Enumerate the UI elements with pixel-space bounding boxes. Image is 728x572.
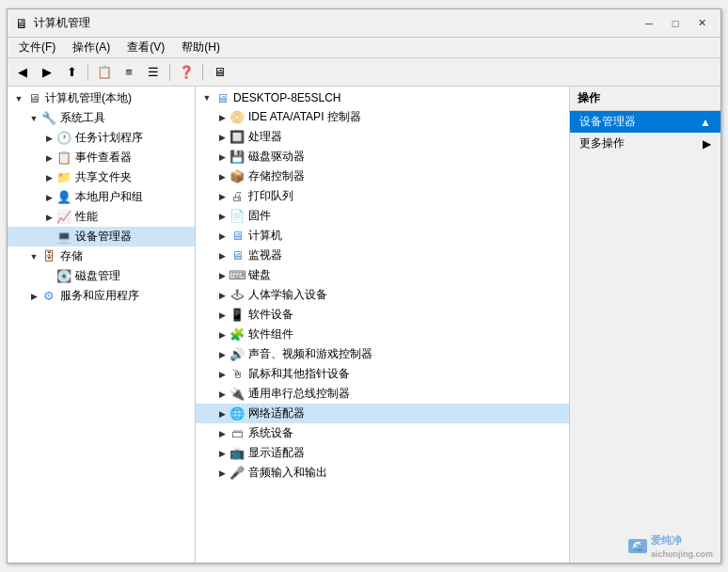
perf-label: 性能 — [75, 209, 98, 225]
center-root[interactable]: ▼ 🖥 DESKTOP-8E5SLCH — [196, 88, 569, 107]
show-hide-button[interactable]: 📋 — [93, 61, 116, 84]
center-sw[interactable]: ▶ 📱 软件设备 — [196, 305, 569, 325]
center-net[interactable]: ▶ 🌐 网络适配器 — [196, 404, 569, 423]
storage-arrow: ▼ — [26, 249, 41, 264]
left-storage[interactable]: ▼ 🗄 存储 — [8, 246, 195, 266]
left-event[interactable]: ▶ 📋 事件查看器 — [8, 148, 195, 167]
up-button[interactable]: ⬆ — [60, 61, 83, 84]
back-button[interactable]: ◀ — [11, 61, 34, 84]
list-button[interactable]: ≡ — [118, 61, 140, 84]
audio-icon: 🎤 — [229, 466, 245, 481]
disk-label: 磁盘管理 — [75, 268, 120, 284]
left-users[interactable]: ▶ 👤 本地用户和组 — [8, 187, 195, 207]
left-perf[interactable]: ▶ 📈 性能 — [8, 207, 195, 227]
event-icon: 📋 — [56, 151, 71, 166]
center-sysdev[interactable]: ▶ 🗃 系统设备 — [196, 423, 569, 443]
user-icon: 👤 — [56, 190, 71, 205]
center-pc[interactable]: ▶ 🖥 计算机 — [196, 226, 569, 246]
right-action-more-arrow: ▶ — [703, 137, 711, 151]
maximize-button[interactable]: □ — [664, 13, 687, 34]
left-share[interactable]: ▶ 📁 共享文件夹 — [8, 167, 195, 187]
display-label: 显示适配器 — [248, 445, 305, 461]
right-action-device-arrow: ▲ — [700, 116, 711, 129]
pc-arrow: ▶ — [214, 229, 229, 244]
center-hid[interactable]: ▶ 🕹 人体学输入设备 — [196, 285, 569, 305]
left-service[interactable]: ▶ ⚙ 服务和应用程序 — [8, 286, 195, 306]
center-cpu[interactable]: ▶ 🔲 处理器 — [196, 127, 569, 147]
audio-label: 音频输入和输出 — [248, 465, 327, 481]
help-toolbar-button[interactable]: ❓ — [175, 61, 198, 84]
center-display[interactable]: ▶ 📺 显示适配器 — [196, 443, 569, 463]
left-system-tools[interactable]: ▼ 🔧 系统工具 — [8, 108, 195, 128]
display-icon: 📺 — [229, 446, 245, 461]
mouse-label: 鼠标和其他指针设备 — [248, 366, 350, 382]
ctrl-arrow: ▶ — [214, 169, 229, 184]
net-label: 网络适配器 — [248, 405, 305, 421]
left-root-label: 计算机管理(本地) — [45, 90, 132, 106]
left-root[interactable]: ▼ 🖥 计算机管理(本地) — [8, 88, 195, 108]
title-controls: ─ □ ✕ — [638, 13, 713, 34]
sound-icon: 🔊 — [229, 347, 245, 362]
center-usb[interactable]: ▶ 🔌 通用串行总线控制器 — [196, 384, 569, 404]
forward-button[interactable]: ▶ — [36, 61, 58, 84]
center-mouse[interactable]: ▶ 🖱 鼠标和其他指针设备 — [196, 364, 569, 384]
center-keyboard[interactable]: ▶ ⌨ 键盘 — [196, 265, 569, 285]
share-arrow: ▶ — [41, 170, 56, 185]
usb-arrow: ▶ — [214, 387, 229, 402]
toolbar-sep1 — [87, 64, 88, 81]
mouse-arrow: ▶ — [214, 367, 229, 382]
left-task[interactable]: ▶ 🕐 任务计划程序 — [8, 128, 195, 148]
title-bar: 🖥 计算机管理 ─ □ ✕ — [8, 9, 720, 38]
minimize-button[interactable]: ─ — [638, 13, 660, 34]
hdd-icon: 💾 — [229, 150, 245, 165]
menu-help[interactable]: 帮助(H) — [174, 38, 228, 57]
print-arrow: ▶ — [214, 189, 229, 204]
menu-view[interactable]: 查看(V) — [119, 38, 172, 57]
toolbar-sep2 — [169, 64, 170, 81]
sound-label: 声音、视频和游戏控制器 — [248, 346, 372, 362]
sw-arrow: ▶ — [214, 308, 229, 323]
detail-button[interactable]: ☰ — [142, 61, 165, 84]
pc-label: 计算机 — [248, 228, 282, 244]
center-ide[interactable]: ▶ 📀 IDE ATA/ATAPI 控制器 — [196, 107, 569, 127]
left-device[interactable]: 💻 设备管理器 — [8, 227, 195, 246]
storage-icon: 🗄 — [41, 249, 56, 264]
close-button[interactable]: ✕ — [690, 13, 713, 34]
monitor-arrow: ▶ — [214, 248, 229, 263]
toolbar: ◀ ▶ ⬆ 📋 ≡ ☰ ❓ 🖥 — [8, 58, 720, 87]
center-monitor[interactable]: ▶ 🖥 监视器 — [196, 246, 569, 265]
hid-label: 人体学输入设备 — [248, 287, 327, 303]
left-pane: ▼ 🖥 计算机管理(本地) ▼ 🔧 系统工具 ▶ 🕐 任务计划程序 ▶ 📋 事件… — [8, 87, 196, 563]
center-root-icon: 🖥 — [214, 90, 229, 105]
center-sw2[interactable]: ▶ 🧩 软件组件 — [196, 325, 569, 344]
center-audio[interactable]: ▶ 🎤 音频输入和输出 — [196, 463, 569, 483]
right-action-more-label: 更多操作 — [579, 135, 625, 151]
left-disk[interactable]: 💽 磁盘管理 — [8, 266, 195, 286]
menu-action[interactable]: 操作(A) — [65, 38, 118, 57]
ide-icon: 📀 — [229, 110, 245, 125]
center-sound[interactable]: ▶ 🔊 声音、视频和游戏控制器 — [196, 344, 569, 364]
event-arrow: ▶ — [41, 151, 56, 166]
ide-label: IDE ATA/ATAPI 控制器 — [248, 109, 361, 125]
right-action-device[interactable]: 设备管理器 ▲ — [570, 111, 720, 133]
center-ctrl[interactable]: ▶ 📦 存储控制器 — [196, 167, 569, 186]
disk-arrow — [41, 269, 56, 284]
extra-button[interactable]: 🖥 — [208, 61, 230, 84]
sw2-arrow: ▶ — [214, 327, 229, 342]
usb-label: 通用串行总线控制器 — [248, 386, 350, 402]
right-action-more[interactable]: 更多操作 ▶ — [570, 133, 720, 154]
event-label: 事件查看器 — [75, 150, 132, 166]
share-label: 共享文件夹 — [75, 169, 132, 185]
menu-bar: 文件(F) 操作(A) 查看(V) 帮助(H) — [8, 38, 720, 58]
fw-icon: 📄 — [229, 209, 245, 224]
tools-arrow: ▼ — [26, 111, 41, 126]
cpu-arrow: ▶ — [214, 130, 229, 145]
menu-file[interactable]: 文件(F) — [11, 38, 63, 57]
center-hdd[interactable]: ▶ 💾 磁盘驱动器 — [196, 147, 569, 167]
center-fw[interactable]: ▶ 📄 固件 — [196, 206, 569, 226]
keyboard-icon: ⌨ — [229, 268, 245, 283]
center-print[interactable]: ▶ 🖨 打印队列 — [196, 186, 569, 206]
usb-icon: 🔌 — [229, 387, 245, 402]
main-content: ▼ 🖥 计算机管理(本地) ▼ 🔧 系统工具 ▶ 🕐 任务计划程序 ▶ 📋 事件… — [8, 87, 720, 563]
keyboard-label: 键盘 — [248, 267, 271, 283]
